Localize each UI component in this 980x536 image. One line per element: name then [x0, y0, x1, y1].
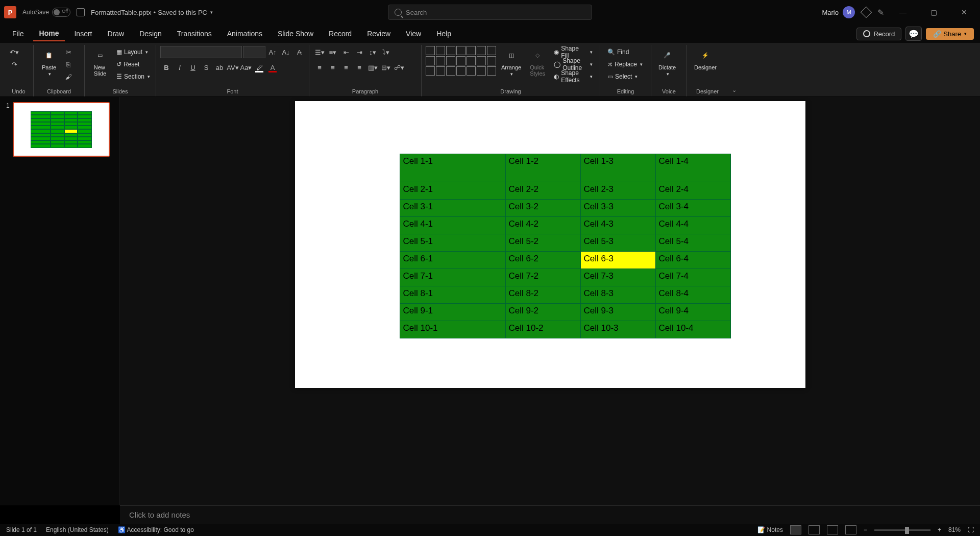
table-cell[interactable]: Cell 7-4: [655, 269, 730, 286]
zoom-out-button[interactable]: −: [864, 526, 867, 533]
section-button[interactable]: ☰ Section▾: [113, 70, 153, 83]
table-cell[interactable]: Cell 7-1: [400, 269, 505, 286]
table-cell[interactable]: Cell 1-3: [580, 154, 655, 182]
table-cell[interactable]: Cell 10-1: [400, 321, 505, 338]
highlight-button[interactable]: 🖊: [253, 61, 265, 74]
slideshow-view-button[interactable]: [845, 525, 856, 534]
normal-view-button[interactable]: [790, 525, 801, 534]
shape-fill-button[interactable]: ◉ Shape Fill▾: [551, 46, 596, 58]
spacing-button[interactable]: AV▾: [227, 61, 239, 74]
table-cell[interactable]: Cell 2-2: [505, 182, 580, 200]
slide-thumbnails-panel[interactable]: 1: [0, 97, 120, 505]
undo-button[interactable]: ↶▾: [8, 46, 20, 58]
find-button[interactable]: 🔍 Find: [604, 46, 646, 58]
slide-count[interactable]: Slide 1 of 1: [6, 526, 37, 533]
reset-button[interactable]: ↺ Reset: [113, 58, 153, 70]
table-cell[interactable]: Cell 8-4: [655, 286, 730, 304]
accessibility-status[interactable]: ♿ Accessibility: Good to go: [118, 526, 194, 533]
decrease-font-button[interactable]: A↓: [280, 46, 292, 58]
table-cell[interactable]: Cell 6-4: [655, 252, 730, 269]
table-cell[interactable]: Cell 1-1: [400, 154, 505, 182]
autosave-toggle[interactable]: AutoSave Off: [22, 8, 70, 17]
tab-transitions[interactable]: Transitions: [171, 27, 218, 41]
account-button[interactable]: Mario M: [822, 6, 855, 18]
numbering-button[interactable]: ≡▾: [327, 46, 339, 58]
share-button[interactable]: 🔗 Share ▾: [926, 28, 974, 40]
clear-formatting-button[interactable]: A̶: [293, 46, 305, 58]
toggle-switch[interactable]: Off: [52, 8, 70, 17]
table-cell[interactable]: Cell 2-4: [655, 182, 730, 200]
align-center-button[interactable]: ≡: [327, 61, 339, 74]
table-cell[interactable]: Cell 3-1: [400, 200, 505, 217]
tab-slideshow[interactable]: Slide Show: [272, 27, 320, 41]
table-cell[interactable]: Cell 3-3: [580, 200, 655, 217]
text-direction-button[interactable]: ⤵▾: [380, 46, 392, 58]
cut-button[interactable]: ✂: [62, 46, 75, 58]
font-size-input[interactable]: [243, 46, 265, 58]
table-cell[interactable]: Cell 10-2: [505, 321, 580, 338]
slide-thumbnail-1[interactable]: [13, 102, 110, 157]
layout-button[interactable]: ▦ Layout▾: [113, 46, 153, 58]
shadow-button[interactable]: ab: [213, 61, 226, 74]
close-button[interactable]: ✕: [952, 4, 976, 20]
indent-dec-button[interactable]: ⇤: [340, 46, 352, 58]
sorter-view-button[interactable]: [808, 525, 820, 534]
justify-button[interactable]: ≡: [353, 61, 365, 74]
replace-button[interactable]: ⤭ Replace▾: [604, 58, 646, 70]
collapse-ribbon-button[interactable]: ⌄: [728, 87, 741, 96]
shape-effects-button[interactable]: ◐ Shape Effects▾: [551, 70, 596, 83]
bold-button[interactable]: B: [160, 61, 173, 74]
diamond-icon[interactable]: [861, 7, 872, 18]
shape-outline-button[interactable]: ◯ Shape Outline▾: [551, 58, 596, 70]
save-icon[interactable]: [77, 8, 85, 16]
zoom-level[interactable]: 81%: [948, 526, 961, 533]
table-cell[interactable]: Cell 10-4: [655, 321, 730, 338]
columns-button[interactable]: ▥▾: [366, 61, 379, 74]
zoom-slider[interactable]: [874, 529, 930, 531]
table-cell[interactable]: Cell 1-4: [655, 154, 730, 182]
slide-1[interactable]: Cell 1-1Cell 1-2Cell 1-3Cell 1-4Cell 2-1…: [295, 101, 805, 388]
tab-animations[interactable]: Animations: [221, 27, 268, 41]
paste-button[interactable]: 📋 Paste▾: [38, 46, 60, 78]
table-cell[interactable]: Cell 6-2: [505, 252, 580, 269]
redo-button[interactable]: ↷: [8, 58, 20, 70]
table-cell[interactable]: Cell 7-3: [580, 269, 655, 286]
tab-draw[interactable]: Draw: [101, 27, 130, 41]
select-button[interactable]: ▭ Select▾: [604, 70, 646, 83]
table-cell[interactable]: Cell 5-3: [580, 234, 655, 252]
tab-file[interactable]: File: [6, 27, 30, 41]
table-cell[interactable]: Cell 8-1: [400, 286, 505, 304]
increase-font-button[interactable]: A↑: [266, 46, 279, 58]
pen-icon[interactable]: ✎: [877, 8, 884, 17]
table-cell[interactable]: Cell 5-4: [655, 234, 730, 252]
table-cell[interactable]: Cell 9-4: [655, 304, 730, 321]
tab-home[interactable]: Home: [33, 26, 65, 41]
new-slide-button[interactable]: ▭ New Slide: [89, 46, 111, 78]
table-cell[interactable]: Cell 3-4: [655, 200, 730, 217]
table-cell[interactable]: Cell 3-2: [505, 200, 580, 217]
zoom-in-button[interactable]: +: [938, 526, 941, 533]
table-cell[interactable]: Cell 4-1: [400, 217, 505, 234]
table-cell[interactable]: Cell 9-3: [580, 304, 655, 321]
copy-button[interactable]: ⎘: [62, 58, 75, 70]
case-button[interactable]: Aa▾: [240, 61, 252, 74]
quick-styles-button[interactable]: ◇Quick Styles: [526, 46, 549, 78]
tab-help[interactable]: Help: [430, 27, 457, 41]
table-cell[interactable]: Cell 4-2: [505, 217, 580, 234]
bullets-button[interactable]: ☰▾: [313, 46, 326, 58]
arrange-button[interactable]: ◫Arrange▾: [498, 46, 524, 78]
table-cell[interactable]: Cell 5-1: [400, 234, 505, 252]
align-right-button[interactable]: ≡: [340, 61, 352, 74]
minimize-button[interactable]: —: [891, 4, 915, 20]
designer-button[interactable]: ⚡Designer: [691, 46, 720, 71]
table-cell[interactable]: Cell 6-3: [580, 252, 655, 269]
table-cell[interactable]: Cell 2-1: [400, 182, 505, 200]
line-spacing-button[interactable]: ↕▾: [366, 46, 379, 58]
strike-button[interactable]: S: [200, 61, 212, 74]
tab-insert[interactable]: Insert: [68, 27, 98, 41]
table-cell[interactable]: Cell 10-3: [580, 321, 655, 338]
indent-inc-button[interactable]: ⇥: [353, 46, 365, 58]
font-color-button[interactable]: A: [266, 61, 279, 74]
table-cell[interactable]: Cell 9-1: [400, 304, 505, 321]
table-cell[interactable]: Cell 4-4: [655, 217, 730, 234]
